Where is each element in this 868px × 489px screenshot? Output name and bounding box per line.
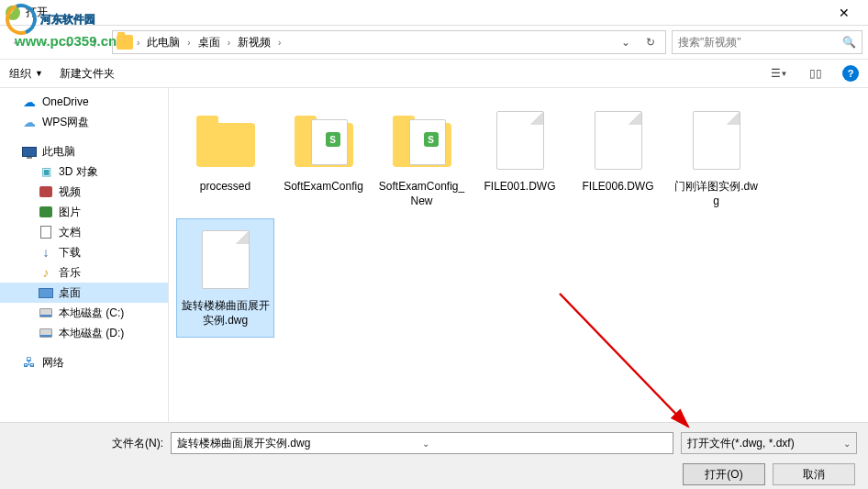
sidebar-item-disk-d[interactable]: 本地磁盘 (D:) xyxy=(0,323,168,343)
pc-icon xyxy=(22,144,37,159)
documents-icon xyxy=(39,225,53,239)
folder-icon: S xyxy=(291,107,357,173)
nav-recent-button[interactable]: ⌄ xyxy=(57,30,81,54)
search-icon[interactable]: 🔍 xyxy=(842,36,856,49)
nav-bar: ← → ⌄ ↑ › 此电脑 › 桌面 › 新视频 › ⌄ ↻ 🔍 xyxy=(0,26,868,59)
chevron-down-icon: ▼ xyxy=(35,69,43,78)
3d-icon: ▣ xyxy=(39,164,53,179)
sidebar-item-disk-c[interactable]: 本地磁盘 (C:) xyxy=(0,303,168,323)
chevron-down-icon[interactable]: ⌄ xyxy=(843,439,851,449)
titlebar: 打开 ✕ xyxy=(0,0,868,26)
chevron-right-icon: › xyxy=(228,38,230,48)
chevron-down-icon[interactable]: ⌄ xyxy=(422,439,667,449)
toolbar: 组织 ▼ 新建文件夹 ☰ ▼ ▯▯ ? xyxy=(0,59,868,88)
sidebar-item-desktop[interactable]: 桌面 xyxy=(0,283,168,303)
breadcrumb-item[interactable]: 此电脑 xyxy=(143,33,184,52)
open-button[interactable]: 打开(O) xyxy=(683,463,765,485)
sidebar-item-music[interactable]: ♪音乐 xyxy=(0,262,168,283)
filename-combo[interactable]: 旋转楼梯曲面展开实例.dwg ⌄ xyxy=(171,432,673,454)
new-folder-button[interactable]: 新建文件夹 xyxy=(60,66,115,82)
file-label: FILE006.DWG xyxy=(582,179,653,194)
nav-back-button[interactable]: ← xyxy=(6,30,29,54)
folder-icon xyxy=(193,107,259,173)
sidebar-item-3d[interactable]: ▣3D 对象 xyxy=(0,161,168,182)
cloud-icon: ☁ xyxy=(22,115,37,129)
download-icon: ↓ xyxy=(39,245,53,260)
preview-pane-icon[interactable]: ▯▯ xyxy=(806,65,826,82)
file-icon xyxy=(193,227,259,293)
file-list: processedSSoftExamConfigSSoftExamConfig_… xyxy=(169,88,868,422)
sidebar-item-downloads[interactable]: ↓下载 xyxy=(0,242,168,262)
close-button[interactable]: ✕ xyxy=(826,6,862,20)
file-item[interactable]: FILE006.DWG xyxy=(569,99,667,218)
file-item[interactable]: SSoftExamConfig xyxy=(274,99,373,218)
sidebar-item-onedrive[interactable]: ☁OneDrive xyxy=(0,92,168,112)
file-item[interactable]: FILE001.DWG xyxy=(471,99,569,218)
file-icon xyxy=(487,107,553,173)
folder-icon xyxy=(117,35,133,50)
chevron-right-icon: › xyxy=(187,38,190,48)
sidebar-item-video[interactable]: 视频 xyxy=(0,182,168,202)
cancel-button[interactable]: 取消 xyxy=(773,463,855,485)
nav-forward-button[interactable]: → xyxy=(31,30,55,54)
file-label: processed xyxy=(200,179,250,194)
organize-menu[interactable]: 组织 ▼ xyxy=(9,66,43,82)
app-icon xyxy=(6,6,20,20)
chevron-right-icon: › xyxy=(278,38,281,48)
dialog-footer: 文件名(N): 旋转楼梯曲面展开实例.dwg ⌄ 打开文件(*.dwg, *.d… xyxy=(0,422,868,489)
window-title: 打开 xyxy=(26,5,826,20)
video-icon xyxy=(39,184,53,199)
sidebar-item-pictures[interactable]: 图片 xyxy=(0,202,168,222)
sidebar-item-documents[interactable]: 文档 xyxy=(0,222,168,242)
disk-icon xyxy=(39,306,53,320)
search-input[interactable] xyxy=(678,36,842,49)
breadcrumb-dropdown[interactable]: ⌄ xyxy=(616,36,636,49)
sidebar-item-pc[interactable]: 此电脑 xyxy=(0,141,168,161)
filetype-combo[interactable]: 打开文件(*.dwg, *.dxf) ⌄ xyxy=(681,432,857,454)
refresh-button[interactable]: ↻ xyxy=(640,36,662,49)
music-icon: ♪ xyxy=(39,265,53,280)
view-options-icon[interactable]: ☰ ▼ xyxy=(769,65,789,82)
breadcrumb-item[interactable]: 新视频 xyxy=(234,33,274,52)
sidebar-item-network[interactable]: 🖧网络 xyxy=(0,352,168,372)
breadcrumb-item[interactable]: 桌面 xyxy=(195,33,224,52)
file-label: 门刚详图实例.dwg xyxy=(672,179,761,208)
network-icon: 🖧 xyxy=(22,355,37,370)
file-label: 旋转楼梯曲面展开实例.dwg xyxy=(181,298,270,328)
file-label: SoftExamConfig_New xyxy=(377,179,466,208)
sidebar-item-wps[interactable]: ☁WPS网盘 xyxy=(0,112,168,132)
help-icon[interactable]: ? xyxy=(842,65,859,82)
search-box[interactable]: 🔍 xyxy=(672,30,862,54)
file-label: FILE001.DWG xyxy=(484,179,555,194)
file-icon xyxy=(585,107,651,173)
filetype-value: 打开文件(*.dwg, *.dxf) xyxy=(687,436,843,451)
file-label: SoftExamConfig xyxy=(284,179,363,194)
chevron-right-icon: › xyxy=(137,38,139,48)
file-item[interactable]: 旋转楼梯曲面展开实例.dwg xyxy=(176,218,274,338)
file-icon xyxy=(684,107,750,173)
cloud-icon: ☁ xyxy=(22,94,37,109)
navigation-sidebar: ☁OneDrive ☁WPS网盘 此电脑 ▣3D 对象 视频 图片 文档 ↓下载… xyxy=(0,88,169,422)
desktop-icon xyxy=(39,285,53,300)
filename-label: 文件名(N): xyxy=(11,436,163,451)
file-item[interactable]: 门刚详图实例.dwg xyxy=(667,99,765,218)
folder-icon: S xyxy=(389,107,455,173)
file-item[interactable]: SSoftExamConfig_New xyxy=(373,99,471,218)
nav-up-button[interactable]: ↑ xyxy=(83,30,106,54)
disk-icon xyxy=(39,326,53,340)
breadcrumb[interactable]: › 此电脑 › 桌面 › 新视频 › ⌄ ↻ xyxy=(112,30,666,54)
filename-value: 旋转楼梯曲面展开实例.dwg xyxy=(177,436,422,451)
file-item[interactable]: processed xyxy=(176,99,274,218)
pictures-icon xyxy=(39,205,53,219)
